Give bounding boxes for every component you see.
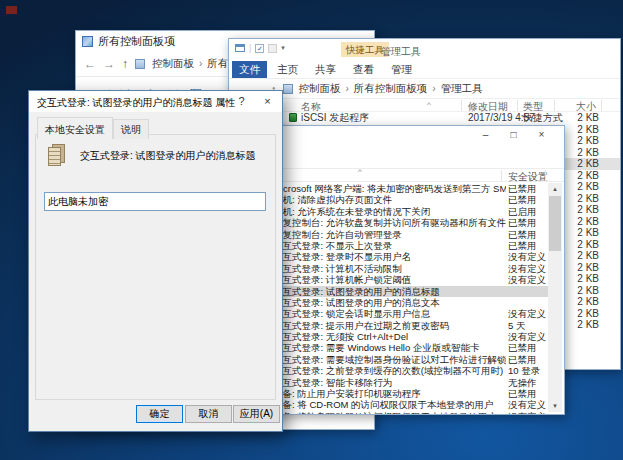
- file-size: 2 KB: [559, 158, 599, 170]
- policy-name: 交互式登录: 登录时不显示用户名: [273, 251, 506, 262]
- forward-icon[interactable]: →: [103, 57, 115, 71]
- control-panel-title: 所有控制面板项: [98, 34, 175, 49]
- breadcrumb-separator: ›: [346, 83, 349, 94]
- tab-共享[interactable]: 共享: [308, 61, 343, 78]
- policy-setting: 已禁用: [508, 388, 537, 399]
- policy-name: 交互式登录: 需要域控制器身份验证以对工作站进行解锁: [273, 354, 506, 365]
- policy-name: 设备: 将 CD-ROM 的访问权限仅限于本地登录的用户: [273, 399, 506, 410]
- cancel-button[interactable]: 取消: [185, 405, 232, 423]
- policy-setting: 没有定义: [508, 274, 546, 285]
- policy-scroll-icon: [48, 144, 66, 166]
- close-button[interactable]: ×: [255, 91, 280, 112]
- policy-setting: 已禁用: [508, 183, 537, 194]
- policy-setting: 已禁用: [508, 229, 537, 240]
- policy-setting: 已禁用: [508, 354, 537, 365]
- file-size: 2 KB: [559, 285, 599, 297]
- minimize-button[interactable]: –: [479, 129, 492, 140]
- policy-name: 设备: 防止用户安装打印机驱动程序: [273, 388, 506, 399]
- message-title-input[interactable]: [44, 192, 266, 211]
- desktop-artifact: [6, 6, 17, 14]
- policy-name: 交互式登录: 无须按 Ctrl+Alt+Del: [273, 331, 506, 342]
- ok-button[interactable]: 确定: [136, 405, 183, 423]
- scrollbar-thumb[interactable]: [549, 196, 561, 251]
- policy-setting: 已禁用: [508, 194, 537, 205]
- file-size: 2 KB: [559, 112, 599, 124]
- scroll-down-icon[interactable]: ▾: [548, 400, 562, 412]
- iscsi-shortcut-icon: [289, 113, 297, 122]
- maximize-button[interactable]: □: [507, 129, 520, 140]
- tab-管理[interactable]: 管理: [384, 61, 419, 78]
- dialog-tab-explain[interactable]: 说明: [113, 119, 149, 139]
- policy-name: 关机: 清除虚拟内存页面文件: [273, 194, 506, 205]
- dialog-titlebar[interactable]: 交互式登录: 试图登录的用户的消息标题 属性 ? ×: [29, 91, 282, 112]
- policy-setting: 5 天: [508, 320, 525, 331]
- desktop: 所有控制面板项 ← → ↑ 控制面板›所有控制面板项 调整计算机的设置 | ✓ …: [0, 0, 623, 460]
- policy-name: 交互式登录: 之前登录到缓存的次数(域控制器不可用时): [273, 365, 506, 376]
- file-size: 2 KB: [559, 147, 599, 159]
- file-size: 2 KB: [559, 170, 599, 182]
- control-panel-icon: [82, 36, 93, 47]
- window-icon[interactable]: [235, 44, 245, 52]
- policy-setting: 没有定义: [508, 251, 546, 262]
- tab-文件[interactable]: 文件: [232, 61, 267, 78]
- explorer-address-bar: ← → ↑ 控制面板›所有控制面板项›管理工具: [229, 78, 620, 99]
- file-size: 2 KB: [559, 250, 599, 262]
- file-size: 2 KB: [559, 124, 599, 136]
- policy-name: 交互式登录: 计算机帐户锁定阈值: [273, 274, 506, 285]
- column-divider: [601, 100, 602, 111]
- file-size: 2 KB: [559, 319, 599, 331]
- file-size: 2 KB: [559, 193, 599, 205]
- policy-name-label: 交互式登录: 试图登录的用户的消息标题: [80, 149, 276, 163]
- column-divider: [461, 100, 462, 111]
- file-size: 2 KB: [559, 204, 599, 216]
- help-button[interactable]: ?: [229, 91, 254, 112]
- policy-name: 关机: 允许系统在未登录的情况下关闭: [273, 206, 506, 217]
- dialog-tabs: 本地安全设置说明: [37, 117, 149, 139]
- breadcrumb-segment[interactable]: 控制面板: [299, 82, 341, 96]
- tab-主页[interactable]: 主页: [270, 61, 305, 78]
- location-icon: [283, 84, 293, 94]
- breadcrumb-segment[interactable]: 控制面板: [152, 57, 194, 71]
- policy-name: Microsoft 网络客户端: 将未加密的密码发送到第三方 SMB...: [273, 183, 506, 194]
- dialog-tab-page: 交互式登录: 试图登录的用户的消息标题: [35, 134, 276, 400]
- up-icon[interactable]: ↑: [122, 57, 128, 71]
- back-icon[interactable]: ←: [84, 57, 96, 71]
- tab-查看[interactable]: 查看: [346, 61, 381, 78]
- policy-setting: 已禁用: [508, 217, 537, 228]
- properties-dialog: 交互式登录: 试图登录的用户的消息标题 属性 ? × 本地安全设置说明 交互式登…: [28, 90, 283, 432]
- column-divider: [545, 170, 546, 181]
- dialog-tab-local-security-setting[interactable]: 本地安全设置: [37, 117, 113, 139]
- breadcrumb-segment[interactable]: 管理工具: [441, 82, 483, 96]
- policy-name: 交互式登录: 锁定会话时显示用户信息: [273, 308, 506, 319]
- breadcrumb-separator: ›: [199, 58, 202, 69]
- policy-setting: 没有定义: [508, 411, 546, 415]
- policy-setting: 没有定义: [508, 399, 546, 410]
- policy-setting: 无操作: [508, 377, 537, 388]
- checkmark-icon[interactable]: ✓: [255, 44, 264, 53]
- apply-button[interactable]: 应用(A): [233, 405, 280, 423]
- breadcrumb-segment[interactable]: 所有控制面板项: [354, 82, 428, 96]
- file-size: 2 KB: [559, 227, 599, 239]
- policy-setting: 没有定义: [508, 308, 546, 319]
- column-header-security-setting[interactable]: 安全设置: [508, 170, 548, 184]
- policy-setting: 已禁用: [508, 342, 537, 353]
- scroll-up-icon[interactable]: ▴: [548, 183, 562, 195]
- file-size: 2 KB: [559, 181, 599, 193]
- file-name: iSCSI 发起程序: [289, 112, 467, 124]
- column-divider: [517, 100, 518, 111]
- file-row[interactable]: iSCSI 发起程序2017/3/19 4:57快捷方式2 KB: [229, 112, 620, 124]
- policy-name: 设备: 将软盘驱动器的访问权限仅限于本地登录的用户: [273, 411, 506, 415]
- qat-dropdown-icon[interactable]: ▾: [281, 44, 285, 52]
- file-type: 快捷方式: [523, 112, 563, 124]
- file-size: 2 KB: [559, 273, 599, 285]
- dialog-buttons: 确定 取消 应用(A): [29, 405, 282, 423]
- policy-name: 交互式登录: 提示用户在过期之前更改密码: [273, 320, 506, 331]
- ribbon-tabs: 文件主页共享查看管理: [229, 61, 620, 78]
- file-size: 2 KB: [559, 296, 599, 308]
- scrollbar[interactable]: ▴ ▾: [548, 183, 562, 412]
- policy-name: 交互式登录: 计算机不活动限制: [273, 263, 506, 274]
- explorer-titlebar[interactable]: | ✓ ▾ 快捷工具 管理工具: [229, 39, 620, 61]
- close-button[interactable]: ×: [535, 129, 548, 140]
- policy-name: 交互式登录: 试图登录的用户的消息标题: [273, 286, 506, 297]
- qat-blank-icon[interactable]: [268, 44, 277, 53]
